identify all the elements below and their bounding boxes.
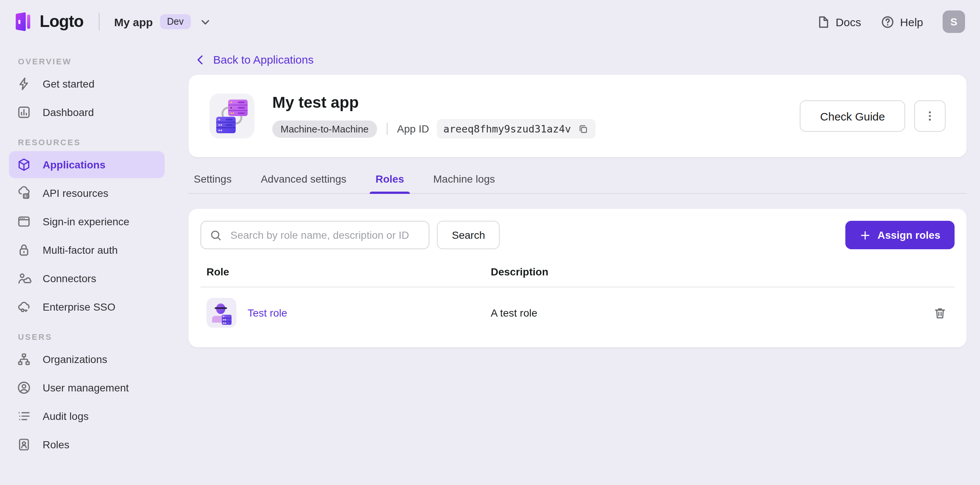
delete-role-button[interactable] (933, 306, 947, 320)
topbar-actions: Docs Help S (816, 11, 965, 33)
roles-table: Role Description (200, 261, 955, 335)
cube-icon (16, 157, 32, 172)
sidebar-item-label: Applications (43, 159, 105, 171)
plus-icon (859, 230, 871, 241)
sidebar-item-label: Organizations (43, 353, 107, 365)
sidebar-item-enterprise-sso[interactable]: Enterprise SSO (9, 294, 165, 320)
sidebar-item-label: Audit logs (43, 410, 89, 422)
kebab-icon (923, 109, 937, 123)
column-header-description: Description (491, 266, 955, 278)
tab-settings[interactable]: Settings (193, 169, 232, 193)
app-id-pill: areeq8fhmy9szud31az4v (436, 119, 595, 139)
app-card-actions: Check Guide (800, 100, 946, 132)
main-content: Back to Applications (173, 43, 980, 485)
chevron-left-icon (194, 54, 207, 65)
app-id-label: App ID (397, 123, 430, 135)
topbar-divider (99, 13, 99, 31)
cloud-key-icon (16, 299, 32, 314)
tab-roles[interactable]: Roles (375, 169, 405, 193)
tenant-name: My app (114, 15, 153, 28)
sidebar-item-label: Dashboard (43, 106, 94, 118)
list-icon (16, 408, 32, 424)
sidebar-item-label: API resources (43, 187, 108, 199)
docs-link[interactable]: Docs (816, 14, 861, 29)
help-link[interactable]: Help (880, 14, 923, 29)
tab-advanced-settings[interactable]: Advanced settings (260, 169, 347, 193)
sidebar-item-label: Connectors (43, 273, 96, 284)
copy-icon[interactable] (578, 123, 589, 134)
back-link-label: Back to Applications (213, 53, 314, 66)
lock-icon (16, 242, 32, 257)
tenant-selector[interactable]: My app Dev (114, 14, 212, 29)
sidebar-section-overview: OVERVIEW (18, 57, 173, 66)
cloud-box-icon (16, 186, 32, 201)
sidebar-item-label: Multi-factor auth (43, 244, 118, 256)
app-meta: Machine-to-Machine App ID areeq8fhmy9szu… (272, 119, 596, 139)
role-cell: Test role (200, 298, 491, 328)
sidebar: OVERVIEW Get started Dashboard RESOURCES… (0, 43, 173, 485)
help-label: Help (900, 15, 923, 28)
assign-roles-button[interactable]: Assign roles (845, 221, 955, 249)
sidebar-item-label: User management (43, 382, 129, 394)
sidebar-item-audit-logs[interactable]: Audit logs (9, 403, 165, 430)
roles-toolbar: Search Assign roles (200, 221, 955, 249)
id-badge-icon (16, 437, 32, 452)
column-header-role: Role (200, 266, 491, 278)
tab-machine-logs[interactable]: Machine logs (433, 169, 496, 193)
sidebar-item-label: Sign-in experience (43, 215, 129, 228)
app-header-card: My test app Machine-to-Machine App ID ar… (189, 75, 967, 157)
row-actions (917, 306, 955, 320)
more-options-button[interactable] (914, 100, 946, 132)
search-button-label: Search (452, 229, 485, 241)
org-tree-icon (16, 352, 32, 367)
search-icon (210, 229, 222, 241)
role-search-box[interactable] (200, 221, 430, 249)
sidebar-item-get-started[interactable]: Get started (9, 70, 165, 97)
question-circle-icon (880, 14, 895, 29)
roles-panel: Search Assign roles Role Description (189, 209, 967, 347)
sidebar-section-users: USERS (18, 332, 173, 341)
app-info: My test app Machine-to-Machine App ID ar… (272, 94, 596, 139)
meta-divider (387, 123, 388, 135)
sidebar-item-connectors[interactable]: Connectors (9, 265, 165, 292)
m2m-role-icon (207, 298, 236, 328)
table-row: Test role A test role (200, 287, 955, 335)
sidebar-item-sign-in-experience[interactable]: Sign-in experience (9, 208, 165, 235)
check-guide-label: Check Guide (820, 110, 885, 122)
tenant-env-badge: Dev (161, 14, 190, 29)
sidebar-item-roles[interactable]: Roles (9, 431, 165, 458)
logto-logo[interactable]: Logto (13, 11, 83, 32)
bar-chart-icon (16, 105, 32, 120)
avatar-initial: S (950, 16, 958, 28)
sidebar-item-user-management[interactable]: User management (9, 374, 165, 401)
sidebar-item-applications[interactable]: Applications (9, 151, 165, 178)
lightning-icon (16, 77, 32, 91)
logto-console: Logto My app Dev Docs Help (0, 0, 980, 485)
user-avatar[interactable]: S (943, 11, 965, 33)
sidebar-item-label: Enterprise SSO (43, 301, 116, 313)
sidebar-item-multi-factor-auth[interactable]: Multi-factor auth (9, 236, 165, 263)
assign-roles-label: Assign roles (878, 229, 940, 241)
docs-label: Docs (835, 15, 861, 28)
check-guide-button[interactable]: Check Guide (800, 100, 905, 132)
role-search-input[interactable] (229, 228, 420, 242)
sidebar-item-organizations[interactable]: Organizations (9, 346, 165, 373)
sidebar-item-label: Roles (43, 439, 70, 451)
role-name-link[interactable]: Test role (248, 307, 287, 319)
app-id-value: areeq8fhmy9szud31az4v (443, 123, 571, 135)
sidebar-section-resources: RESOURCES (18, 138, 173, 147)
sidebar-item-label: Get started (43, 78, 95, 90)
browser-icon (16, 214, 32, 229)
app-tabs: Settings Advanced settings Roles Machine… (189, 169, 967, 194)
machine-to-machine-app-icon (210, 94, 255, 139)
back-to-applications-link[interactable]: Back to Applications (194, 53, 314, 66)
brand-name: Logto (40, 12, 83, 32)
role-description: A test role (491, 307, 917, 319)
sidebar-item-dashboard[interactable]: Dashboard (9, 99, 165, 126)
sidebar-item-api-resources[interactable]: API resources (9, 180, 165, 207)
chevron-down-icon (198, 14, 212, 29)
logto-logo-icon (13, 11, 33, 32)
document-icon (816, 14, 830, 29)
app-type-badge: Machine-to-Machine (272, 120, 377, 137)
search-button[interactable]: Search (437, 221, 500, 249)
